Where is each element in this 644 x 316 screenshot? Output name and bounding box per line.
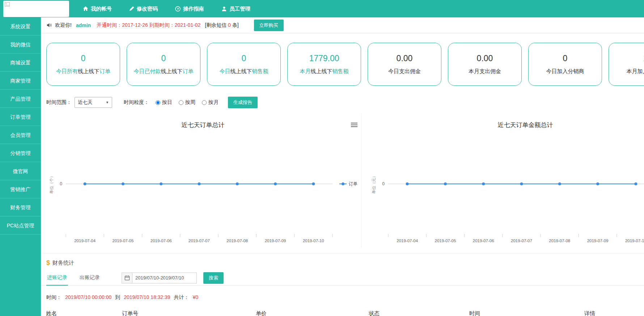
orders-line-chart: 近七天订单总计单位（个）02019-07-042019-07-052019-07… (46, 113, 362, 248)
stat-label: 今日已付款线上线下订单 (134, 68, 194, 75)
stat-label: 今日所有线上线下订单 (56, 68, 110, 75)
stat-label-part: 销售额 (252, 68, 268, 74)
stat-value: 0 (242, 54, 246, 63)
legend-marker-dot[interactable] (342, 182, 344, 185)
column-header-order-no: 订单号 (122, 310, 256, 316)
top-navigation: 我的帐号 修改密码 ? 操作指南 员工管理 (83, 5, 250, 12)
sidebar-item-micro-site[interactable]: 微官网 (0, 162, 41, 180)
tab-expense-records[interactable]: 出账记录 (79, 270, 101, 286)
sidebar-item-mall-settings[interactable]: 商城设置 (0, 54, 41, 72)
nav-my-account[interactable]: 我的帐号 (83, 5, 112, 12)
data-point[interactable] (274, 182, 277, 185)
sidebar-item-label: 商城设置 (10, 60, 31, 66)
sms-count: 0 (228, 22, 231, 28)
sidebar-item-label: PC站点管理 (7, 223, 34, 228)
summary-time-label: 时间： (46, 294, 62, 300)
sidebar-item-system-settings[interactable]: 系统设置 (0, 17, 41, 35)
stat-card-today-commission: 0.00 今日支出佣金 (368, 43, 441, 86)
speaker-icon (46, 22, 52, 28)
sidebar-item-label: 我的微信 (10, 42, 31, 47)
stat-label-part: 线上线下 (311, 68, 332, 74)
x-axis-tick-label: 2019-07-10 (303, 239, 324, 243)
sidebar-item-label: 营销推广 (10, 186, 31, 192)
stat-label-part: 线上线下 (78, 68, 99, 74)
x-axis-tick-label: 2019-07-05 (435, 239, 456, 243)
radio-by-week[interactable]: 按周 (179, 99, 195, 106)
user-icon (221, 6, 227, 12)
stat-label-part: 本月支出佣金 (469, 68, 501, 74)
sidebar-item-marketing[interactable]: 营销推广 (0, 180, 41, 198)
chart-title: 近七天订单金额总计 (498, 122, 553, 128)
data-point[interactable] (482, 182, 485, 185)
nav-label: 修改密码 (137, 5, 158, 12)
data-point[interactable] (634, 182, 637, 185)
finance-header: $ 财务统计 (41, 259, 644, 267)
nav-change-password[interactable]: 修改密码 (129, 5, 158, 12)
radio-by-month-input[interactable] (202, 100, 207, 105)
generate-report-button[interactable]: 生成报告 (228, 97, 258, 108)
sidebar-item-order-management[interactable]: 订单管理 (0, 108, 41, 126)
records-table-header: 姓名 订单号 单价 状态 时间 详情 (41, 310, 644, 316)
calendar-icon[interactable] (122, 273, 132, 283)
sidebar-item-member-management[interactable]: 会员管理 (0, 126, 41, 144)
stat-card-today-sales: 0 今日线上线下销售额 (207, 43, 281, 86)
sidebar-item-product-management[interactable]: 产品管理 (0, 90, 41, 108)
radio-by-month[interactable]: 按月 (202, 99, 219, 106)
date-range-input[interactable] (132, 273, 197, 283)
stat-label-part: 今日所有 (56, 68, 78, 74)
search-button[interactable]: 搜索 (203, 272, 224, 284)
radio-by-week-input[interactable] (179, 100, 183, 105)
question-icon: ? (175, 6, 181, 12)
sidebar: 系统设置 我的微信 商城设置 商家管理 产品管理 订单管理 会员管理 分销管理 … (0, 17, 41, 316)
data-point[interactable] (236, 182, 239, 185)
legend-label[interactable]: 订单 (349, 181, 357, 186)
sidebar-item-my-wechat[interactable]: 我的微信 (0, 35, 41, 54)
stat-label-part: 本月加入分销商 (627, 68, 644, 74)
nav-label: 员工管理 (229, 5, 250, 12)
time-range-select[interactable]: 近七天 ▼ (75, 97, 112, 108)
welcome-bar: 欢迎你! admin 开通时间：2017-12-26 到期时间：2021-01-… (41, 17, 644, 33)
data-point[interactable] (406, 182, 409, 185)
data-point[interactable] (596, 182, 599, 185)
nav-guide[interactable]: ? 操作指南 (175, 5, 204, 12)
data-point[interactable] (520, 182, 523, 185)
buy-now-button[interactable]: 立即购买 (254, 20, 284, 31)
x-axis-tick-label: 2019-07-04 (397, 239, 418, 243)
x-axis-tick-label: 2019-07-08 (549, 239, 570, 243)
calendar-glyph-icon (124, 275, 130, 281)
finance-summary: 时间： 2019/07/10 00:00:00 到 2019/07/10 18:… (41, 294, 644, 301)
filter-row: 时间范围： 近七天 ▼ 时间粒度： 按日 按周 按月 生成报告 (41, 97, 644, 108)
nav-staff-management[interactable]: 员工管理 (221, 5, 250, 12)
stat-label-part: 今日 (220, 68, 230, 74)
stat-card-today-all-orders: 0 今日所有线上线下订单 (46, 43, 120, 86)
x-axis-tick-label: 2019-07-05 (113, 239, 134, 243)
x-axis-tick-label: 2019-07-06 (151, 239, 172, 243)
radio-by-day-input[interactable] (156, 100, 160, 105)
stat-value: 0 (81, 54, 86, 63)
radio-by-day[interactable]: 按日 (156, 99, 172, 106)
granularity-label: 时间粒度： (124, 99, 149, 106)
data-point[interactable] (198, 182, 201, 185)
data-point[interactable] (444, 182, 447, 185)
sidebar-item-merchant-management[interactable]: 商家管理 (0, 72, 41, 90)
tab-income-records[interactable]: 进账记录 (46, 270, 68, 286)
radio-label: 按日 (162, 99, 172, 106)
data-point[interactable] (122, 182, 124, 185)
sidebar-item-distribution-management[interactable]: 分销管理 (0, 144, 41, 162)
sidebar-item-label: 系统设置 (10, 24, 31, 29)
data-point[interactable] (160, 182, 162, 185)
summary-end-time: 2019/07/10 18:32:39 (124, 294, 170, 300)
sidebar-item-label: 分销管理 (10, 150, 31, 156)
sidebar-item-label: 订单管理 (10, 114, 31, 120)
data-point[interactable] (84, 182, 86, 185)
sidebar-item-finance-management[interactable]: 财务管理 (0, 198, 41, 216)
x-axis-tick-label: 2019-07-09 (587, 239, 609, 243)
x-axis-tick-label: 2019-07-06 (473, 239, 494, 243)
data-point[interactable] (558, 182, 561, 185)
x-axis-tick-label: 2019-07-10 (625, 239, 644, 243)
stat-card-month-commission: 0.00 本月支出佣金 (448, 43, 522, 86)
sidebar-item-pc-site-management[interactable]: PC站点管理 (0, 216, 41, 235)
time-range-value: 近七天 (78, 99, 93, 106)
main-content: 欢迎你! admin 开通时间：2017-12-26 到期时间：2021-01-… (41, 17, 644, 316)
data-point[interactable] (312, 182, 315, 185)
